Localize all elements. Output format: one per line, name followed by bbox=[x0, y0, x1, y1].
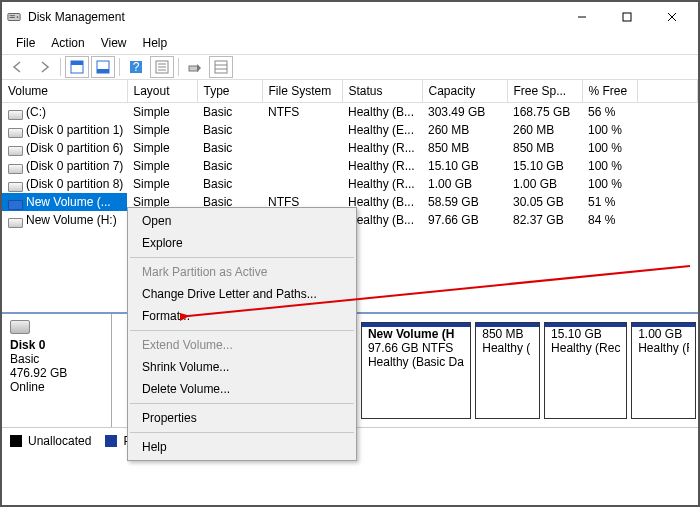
maximize-button[interactable] bbox=[604, 3, 649, 31]
separator bbox=[178, 58, 179, 76]
ctx-help[interactable]: Help bbox=[128, 436, 356, 458]
disk-state: Online bbox=[10, 380, 103, 394]
col-pfree[interactable]: % Free bbox=[582, 80, 637, 103]
minimize-button[interactable] bbox=[559, 3, 604, 31]
disk-icon bbox=[10, 320, 30, 334]
volume-icon bbox=[8, 198, 22, 208]
cell-fs bbox=[262, 139, 342, 157]
volume-row[interactable]: (C:)SimpleBasicNTFSHealthy (B...303.49 G… bbox=[2, 103, 698, 122]
close-button[interactable] bbox=[649, 3, 694, 31]
partition-status: Healthy (Basic Da bbox=[368, 355, 464, 369]
cell-layout: Simple bbox=[127, 121, 197, 139]
volume-icon bbox=[8, 162, 22, 172]
list-button[interactable] bbox=[209, 56, 233, 78]
partition-block[interactable]: New Volume (H97.66 GB NTFSHealthy (Basic… bbox=[361, 322, 471, 419]
legend-primary-swatch bbox=[105, 435, 117, 447]
ctx-properties[interactable]: Properties bbox=[128, 407, 356, 429]
cell-status: Healthy (R... bbox=[342, 157, 422, 175]
cell-name: (Disk 0 partition 6) bbox=[2, 139, 127, 157]
ctx-open[interactable]: Open bbox=[128, 210, 356, 232]
view-bottom-button[interactable] bbox=[91, 56, 115, 78]
cell-layout: Simple bbox=[127, 139, 197, 157]
cell-cap: 15.10 GB bbox=[422, 157, 507, 175]
toolbar: ? bbox=[2, 54, 698, 80]
cell-pfree: 100 % bbox=[582, 175, 637, 193]
volume-row[interactable]: (Disk 0 partition 8)SimpleBasicHealthy (… bbox=[2, 175, 698, 193]
cell-name: (Disk 0 partition 8) bbox=[2, 175, 127, 193]
volume-row[interactable]: (Disk 0 partition 1)SimpleBasicHealthy (… bbox=[2, 121, 698, 139]
forward-button[interactable] bbox=[32, 56, 56, 78]
cell-cap: 97.66 GB bbox=[422, 211, 507, 229]
partition-block[interactable]: 15.10 GBHealthy (Reco bbox=[544, 322, 627, 419]
col-filesystem[interactable]: File System bbox=[262, 80, 342, 103]
cell-pfree: 100 % bbox=[582, 139, 637, 157]
cell-cap: 303.49 GB bbox=[422, 103, 507, 122]
ctx-format[interactable]: Format... bbox=[128, 305, 356, 327]
partition-block[interactable]: 1.00 GBHealthy (F bbox=[631, 322, 696, 419]
ctx-divider bbox=[130, 403, 354, 404]
view-top-button[interactable] bbox=[65, 56, 89, 78]
ctx-delete[interactable]: Delete Volume... bbox=[128, 378, 356, 400]
back-button[interactable] bbox=[6, 56, 30, 78]
svg-rect-18 bbox=[189, 66, 198, 71]
partition-status: Healthy ( bbox=[482, 341, 533, 355]
cell-name: New Volume (... bbox=[2, 193, 127, 211]
col-extra[interactable] bbox=[637, 80, 698, 103]
ctx-divider bbox=[130, 432, 354, 433]
menu-file[interactable]: File bbox=[8, 34, 43, 52]
col-layout[interactable]: Layout bbox=[127, 80, 197, 103]
cell-name: (Disk 0 partition 7) bbox=[2, 157, 127, 175]
cell-cap: 1.00 GB bbox=[422, 175, 507, 193]
cell-layout: Simple bbox=[127, 103, 197, 122]
col-status[interactable]: Status bbox=[342, 80, 422, 103]
volume-row[interactable]: (Disk 0 partition 7)SimpleBasicHealthy (… bbox=[2, 157, 698, 175]
action-button[interactable] bbox=[183, 56, 207, 78]
col-free[interactable]: Free Sp... bbox=[507, 80, 582, 103]
settings-button[interactable] bbox=[150, 56, 174, 78]
cell-name: (Disk 0 partition 1) bbox=[2, 121, 127, 139]
ctx-change-letter[interactable]: Change Drive Letter and Paths... bbox=[128, 283, 356, 305]
legend-unallocated-label: Unallocated bbox=[28, 434, 91, 448]
cell-status: Healthy (B... bbox=[342, 103, 422, 122]
volume-icon bbox=[8, 108, 22, 118]
menu-help[interactable]: Help bbox=[135, 34, 176, 52]
help-button[interactable]: ? bbox=[124, 56, 148, 78]
cell-status: Healthy (R... bbox=[342, 175, 422, 193]
cell-free: 15.10 GB bbox=[507, 157, 582, 175]
window-title: Disk Management bbox=[28, 10, 559, 24]
cell-type: Basic bbox=[197, 121, 262, 139]
titlebar[interactable]: Disk Management bbox=[2, 2, 698, 32]
cell-type: Basic bbox=[197, 175, 262, 193]
ctx-divider bbox=[130, 330, 354, 331]
ctx-shrink[interactable]: Shrink Volume... bbox=[128, 356, 356, 378]
cell-free: 82.37 GB bbox=[507, 211, 582, 229]
cell-pfree: 100 % bbox=[582, 121, 637, 139]
cell-free: 260 MB bbox=[507, 121, 582, 139]
app-icon bbox=[6, 9, 22, 25]
partition-block[interactable]: 850 MBHealthy ( bbox=[475, 322, 540, 419]
cell-name: New Volume (H:) bbox=[2, 211, 127, 229]
volume-icon bbox=[8, 180, 22, 190]
partition-size: 97.66 GB NTFS bbox=[368, 341, 464, 355]
disk-title: Disk 0 bbox=[10, 338, 103, 352]
menu-action[interactable]: Action bbox=[43, 34, 92, 52]
cell-fs bbox=[262, 121, 342, 139]
disk-size: 476.92 GB bbox=[10, 366, 103, 380]
col-type[interactable]: Type bbox=[197, 80, 262, 103]
column-headers[interactable]: Volume Layout Type File System Status Ca… bbox=[2, 80, 698, 103]
partition-status: Healthy (F bbox=[638, 341, 689, 355]
partition-size: 850 MB bbox=[482, 327, 533, 341]
volume-icon bbox=[8, 126, 22, 136]
legend-unallocated-swatch bbox=[10, 435, 22, 447]
volume-row[interactable]: (Disk 0 partition 6)SimpleBasicHealthy (… bbox=[2, 139, 698, 157]
context-menu[interactable]: Open Explore Mark Partition as Active Ch… bbox=[127, 207, 357, 461]
cell-free: 168.75 GB bbox=[507, 103, 582, 122]
col-capacity[interactable]: Capacity bbox=[422, 80, 507, 103]
menu-view[interactable]: View bbox=[93, 34, 135, 52]
disk-type: Basic bbox=[10, 352, 103, 366]
ctx-explore[interactable]: Explore bbox=[128, 232, 356, 254]
volume-icon bbox=[8, 144, 22, 154]
col-volume[interactable]: Volume bbox=[2, 80, 127, 103]
disk-header[interactable]: Disk 0 Basic 476.92 GB Online bbox=[2, 314, 112, 427]
svg-rect-2 bbox=[10, 17, 15, 18]
